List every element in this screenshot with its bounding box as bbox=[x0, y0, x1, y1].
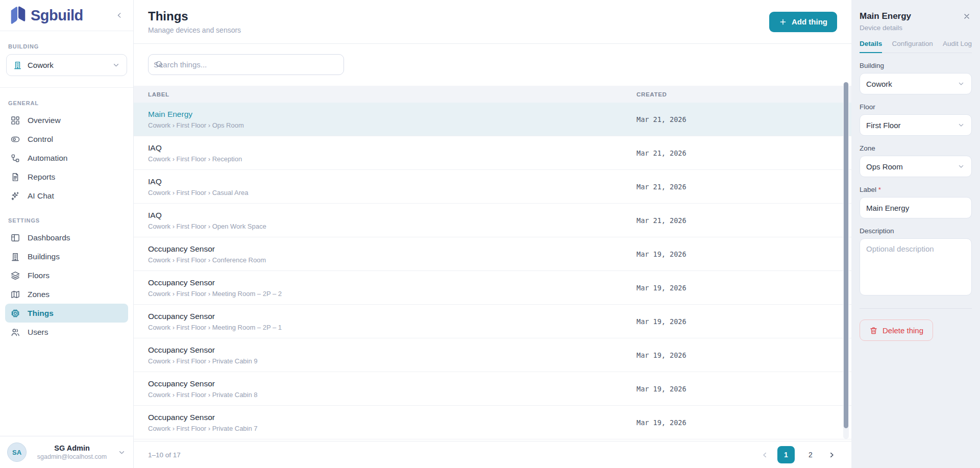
zones-icon bbox=[10, 289, 20, 300]
user-name: SG Admin bbox=[31, 444, 113, 452]
floor-field-label: Floor bbox=[860, 103, 972, 111]
scrollbar-thumb[interactable] bbox=[844, 82, 848, 428]
sidebar-item-label: AI Chat bbox=[28, 191, 54, 201]
column-header-label: LABEL bbox=[148, 91, 636, 97]
sidebar-item-things[interactable]: Things bbox=[5, 304, 128, 323]
table-row[interactable]: Main EnergyCowork › First Floor › Ops Ro… bbox=[134, 103, 851, 136]
thing-created-date: Mar 19, 2026 bbox=[636, 351, 837, 359]
chevron-down-icon bbox=[957, 121, 965, 129]
chevron-down-icon bbox=[957, 80, 965, 88]
close-panel-button[interactable] bbox=[962, 11, 972, 21]
sidebar: Sgbuild BUILDING Cowork GENERAL Overview… bbox=[0, 0, 134, 468]
label-field-label: Label * bbox=[860, 186, 972, 193]
next-page-button[interactable] bbox=[826, 450, 837, 460]
thing-location-path: Cowork › First Floor › Reception bbox=[148, 155, 636, 163]
add-thing-button[interactable]: Add thing bbox=[769, 12, 837, 32]
sidebar-item-overview[interactable]: Overview bbox=[5, 111, 128, 130]
zone-field-label: Zone bbox=[860, 144, 972, 152]
thing-location-path: Cowork › First Floor › Meeting Room – 2P… bbox=[148, 290, 636, 298]
tab-configuration[interactable]: Configuration bbox=[892, 40, 933, 53]
chevron-left-icon bbox=[115, 11, 124, 20]
floor-select-value: First Floor bbox=[866, 121, 957, 130]
panel-tabs: Details Configuration Audit Log bbox=[860, 40, 972, 53]
general-nav: Overview Control Automation Reports AI C… bbox=[0, 111, 133, 205]
thing-label[interactable]: IAQ bbox=[148, 177, 636, 186]
table-scrollbar[interactable] bbox=[843, 82, 849, 439]
thing-created-date: Mar 21, 2026 bbox=[636, 115, 837, 124]
table-row[interactable]: IAQCowork › First Floor › Reception Mar … bbox=[134, 136, 851, 170]
automation-icon bbox=[10, 153, 20, 163]
sidebar-item-buildings[interactable]: Buildings bbox=[5, 247, 128, 266]
tab-details[interactable]: Details bbox=[860, 40, 882, 53]
delete-thing-button[interactable]: Delete thing bbox=[860, 319, 933, 341]
thing-created-date: Mar 19, 2026 bbox=[636, 250, 837, 258]
table-row[interactable]: Occupancy SensorCowork › First Floor › M… bbox=[134, 305, 851, 338]
chevron-right-icon bbox=[827, 451, 836, 459]
main-content: Things Manage devices and sensors Add th… bbox=[134, 0, 851, 468]
sidebar-item-zones[interactable]: Zones bbox=[5, 285, 128, 304]
thing-location-path: Cowork › First Floor › Ops Room bbox=[148, 121, 636, 129]
sidebar-item-control[interactable]: Control bbox=[5, 130, 128, 149]
sidebar-item-label: Things bbox=[28, 309, 54, 318]
thing-created-date: Mar 21, 2026 bbox=[636, 216, 837, 225]
thing-location-path: Cowork › First Floor › Meeting Room – 2P… bbox=[148, 324, 636, 331]
tab-audit-log[interactable]: Audit Log bbox=[943, 40, 972, 53]
building-selector[interactable]: Cowork bbox=[6, 54, 127, 76]
table-row[interactable]: Occupancy SensorCowork › First Floor › M… bbox=[134, 271, 851, 305]
search-area bbox=[134, 44, 851, 86]
panel-title: Main Energy bbox=[860, 11, 972, 21]
thing-created-date: Mar 19, 2026 bbox=[636, 284, 837, 292]
panel-subtitle: Device details bbox=[860, 24, 972, 32]
table-row[interactable]: Occupancy SensorCowork › First Floor › P… bbox=[134, 372, 851, 406]
zone-select-value: Ops Room bbox=[866, 162, 957, 171]
table-row[interactable]: Occupancy SensorCowork › First Floor › P… bbox=[134, 406, 851, 439]
page-header: Things Manage devices and sensors Add th… bbox=[134, 0, 851, 44]
thing-location-path: Cowork › First Floor › Casual Area bbox=[148, 189, 636, 196]
description-textarea[interactable] bbox=[860, 238, 972, 295]
thing-label[interactable]: Occupancy Sensor bbox=[148, 379, 636, 388]
building-select[interactable]: Cowork bbox=[860, 73, 972, 94]
building-field-label: Building bbox=[860, 62, 972, 69]
user-meta: SG Admin sgadmin@localhost.com bbox=[31, 444, 113, 460]
chevron-down-icon bbox=[117, 448, 126, 457]
thing-label[interactable]: Occupancy Sensor bbox=[148, 278, 636, 287]
ai-chat-icon bbox=[10, 191, 20, 201]
app-title: Sgbuild bbox=[31, 7, 83, 24]
floor-select[interactable]: First Floor bbox=[860, 114, 972, 136]
sidebar-item-floors[interactable]: Floors bbox=[5, 266, 128, 285]
label-input[interactable] bbox=[860, 197, 972, 218]
thing-label[interactable]: Occupancy Sensor bbox=[148, 244, 636, 254]
thing-label[interactable]: Occupancy Sensor bbox=[148, 312, 636, 321]
table-row[interactable]: Occupancy SensorCowork › First Floor › C… bbox=[134, 237, 851, 271]
table-row[interactable]: IAQCowork › First Floor › Open Work Spac… bbox=[134, 204, 851, 237]
thing-label[interactable]: IAQ bbox=[148, 211, 636, 220]
sidebar-collapse-button[interactable] bbox=[113, 9, 126, 22]
thing-label[interactable]: IAQ bbox=[148, 143, 636, 153]
sidebar-item-automation[interactable]: Automation bbox=[5, 149, 128, 167]
sidebar-item-dashboards[interactable]: Dashboards bbox=[5, 228, 128, 247]
avatar: SA bbox=[7, 442, 27, 462]
search-input[interactable] bbox=[148, 54, 344, 75]
zone-select[interactable]: Ops Room bbox=[860, 156, 972, 177]
previous-page-button[interactable] bbox=[760, 450, 770, 460]
users-icon bbox=[10, 327, 20, 337]
chevron-left-icon bbox=[761, 451, 769, 459]
user-menu[interactable]: SA SG Admin sgadmin@localhost.com bbox=[0, 436, 133, 468]
table-row[interactable]: Occupancy SensorCowork › First Floor › P… bbox=[134, 338, 851, 372]
thing-label[interactable]: Main Energy bbox=[148, 110, 636, 119]
table-row[interactable]: IAQCowork › First Floor › Casual Area Ma… bbox=[134, 170, 851, 204]
sidebar-item-reports[interactable]: Reports bbox=[5, 167, 128, 186]
building-field: Building Cowork bbox=[860, 62, 972, 94]
thing-location-path: Cowork › First Floor › Private Cabin 9 bbox=[148, 357, 636, 365]
delete-thing-button-label: Delete thing bbox=[883, 326, 923, 335]
thing-created-date: Mar 19, 2026 bbox=[636, 385, 837, 393]
thing-label[interactable]: Occupancy Sensor bbox=[148, 413, 636, 422]
page-button-2[interactable]: 2 bbox=[802, 446, 819, 463]
sidebar-item-users[interactable]: Users bbox=[5, 323, 128, 341]
page-button-1[interactable]: 1 bbox=[777, 446, 795, 463]
thing-label[interactable]: Occupancy Sensor bbox=[148, 346, 636, 355]
thing-location-path: Cowork › First Floor › Private Cabin 8 bbox=[148, 391, 636, 399]
sidebar-item-ai-chat[interactable]: AI Chat bbox=[5, 186, 128, 205]
floors-icon bbox=[10, 270, 20, 281]
building-section-label: BUILDING bbox=[0, 31, 133, 54]
